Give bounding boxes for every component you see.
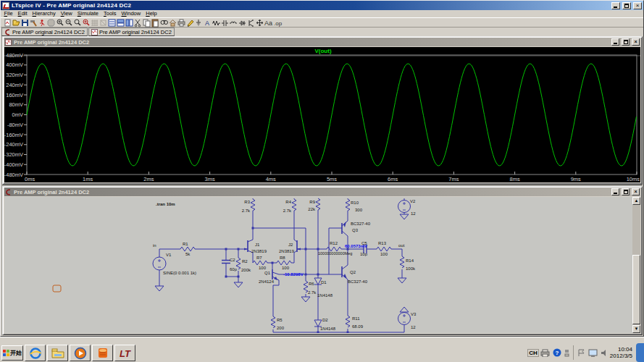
- toolbar-copy-icon[interactable]: [143, 20, 150, 27]
- start-button[interactable]: 开始: [1, 345, 23, 361]
- show-desktop-button[interactable]: [636, 343, 644, 362]
- toolbar-bjt-icon[interactable]: [249, 20, 253, 27]
- ground-v1: [155, 286, 164, 291]
- schematic-close-button[interactable]: ×: [632, 188, 640, 195]
- menu-simulate[interactable]: Simulate: [75, 10, 101, 17]
- schematic-vscrollbar[interactable]: ▲ ▼: [632, 197, 640, 333]
- diode-D2[interactable]: [314, 320, 322, 327]
- toolbar-zoom-back-icon[interactable]: [66, 20, 72, 25]
- quicklaunch-folder[interactable]: [47, 345, 68, 361]
- scroll-thumb[interactable]: [632, 255, 640, 324]
- resistor-R9[interactable]: [316, 198, 320, 210]
- title-bar: LTspice IV - Pre AMP original 2n4124 DC2…: [1, 1, 643, 10]
- restore-button[interactable]: [622, 2, 631, 9]
- toolbar-capacitor-icon[interactable]: [222, 20, 228, 26]
- quicklaunch-mediaplayer[interactable]: [70, 345, 91, 361]
- taskbar: 开始 LT CH ? 10:04 2012/3/5: [0, 337, 644, 362]
- svg-text:5ms: 5ms: [327, 176, 337, 182]
- resistor-R8[interactable]: [277, 261, 291, 265]
- toolbar-text-icon[interactable]: Aa: [264, 20, 272, 27]
- waveform-window: Pre AMP original 2n4124 DC2 × V(out)480m…: [2, 36, 643, 185]
- toolbar-component-house-icon[interactable]: [170, 20, 176, 26]
- resistor-R3[interactable]: [251, 198, 255, 213]
- resistor-R5[interactable]: [271, 316, 275, 328]
- scroll-down-button[interactable]: ▼: [632, 325, 640, 333]
- toolbar-run-icon[interactable]: [40, 20, 44, 26]
- resistor-R10[interactable]: [346, 198, 350, 213]
- resistor-R4[interactable]: [292, 198, 296, 213]
- resistor-R11[interactable]: [346, 316, 350, 327]
- resistor-R7[interactable]: [253, 261, 267, 265]
- svg-text:-400mV: -400mV: [4, 161, 23, 168]
- waveform-minimize-button[interactable]: [611, 38, 619, 46]
- flag-icon[interactable]: [577, 349, 585, 357]
- quicklaunch-ltspice[interactable]: LT: [114, 345, 135, 361]
- toolbar-unconnected-icon[interactable]: [101, 20, 106, 25]
- resistor-R1[interactable]: [180, 247, 195, 251]
- schematic-minimize-button[interactable]: [611, 188, 619, 195]
- toolbar-diode-icon[interactable]: [239, 21, 246, 25]
- toolbar-tile-horizontal-icon[interactable]: [126, 20, 133, 26]
- volume-icon[interactable]: [601, 349, 609, 357]
- svg-text:3ms: 3ms: [205, 176, 215, 182]
- toolbar-print-icon[interactable]: [178, 20, 185, 26]
- source-V1[interactable]: [153, 257, 166, 270]
- resistor-R14[interactable]: [400, 256, 404, 268]
- resistor-R13[interactable]: [377, 247, 391, 251]
- quicklaunch-ie[interactable]: [25, 345, 46, 361]
- svg-text:1ms: 1ms: [83, 176, 93, 182]
- toolbar-halt-icon[interactable]: [48, 20, 54, 26]
- toolbar-edit-pencil-icon[interactable]: [188, 20, 193, 27]
- toolbar-zoom-full-icon[interactable]: [83, 20, 89, 25]
- menu-window[interactable]: Window: [119, 10, 143, 17]
- waveform-plot[interactable]: V(out)480mV400mV320mV240mV160mV80mV0mV-8…: [4, 47, 640, 182]
- waveform-icon: [5, 39, 12, 46]
- ime-indicator[interactable]: CH: [527, 349, 539, 357]
- svg-text:200k: 200k: [241, 268, 251, 272]
- menu-view[interactable]: View: [58, 10, 75, 17]
- toolbar-inductor-icon[interactable]: [230, 22, 237, 23]
- toolbar-control-panel-icon[interactable]: [30, 20, 36, 26]
- toolbar-zoom-out-icon[interactable]: [75, 20, 80, 25]
- menu-help[interactable]: Help: [143, 10, 159, 17]
- schematic-maximize-button[interactable]: [622, 188, 630, 195]
- toolbar-net-label-icon[interactable]: A: [205, 20, 209, 27]
- menu-file[interactable]: File: [1, 10, 15, 17]
- updates-icon[interactable]: [564, 349, 569, 357]
- toolbar-open-icon[interactable]: [13, 20, 20, 25]
- waveform-maximize-button[interactable]: [622, 38, 630, 46]
- printer-icon[interactable]: [540, 349, 550, 357]
- svg-text:12: 12: [411, 211, 416, 216]
- minimize-button[interactable]: [611, 2, 620, 9]
- quicklaunch-database[interactable]: [92, 345, 113, 361]
- toolbar-find-icon[interactable]: [161, 20, 168, 24]
- menu-edit[interactable]: Edit: [15, 10, 30, 17]
- help-icon[interactable]: ?: [553, 348, 561, 357]
- svg-text:R14: R14: [406, 258, 414, 263]
- menu-hierarchy[interactable]: Hierarchy: [30, 10, 58, 17]
- toolbar-cut-icon[interactable]: [135, 20, 141, 27]
- svg-text:7ms: 7ms: [448, 176, 459, 182]
- svg-text:100: 100: [282, 266, 290, 270]
- toolbar-move-icon[interactable]: [256, 20, 263, 26]
- toolbar-new-schematic-icon[interactable]: [5, 20, 10, 26]
- toolbar-paste-icon[interactable]: [152, 20, 158, 27]
- schematic-canvas[interactable]: .tran 10m in out V1 SINE(0 0.001 1k) R1 …: [4, 197, 632, 333]
- toolbar-ground-icon[interactable]: [196, 20, 201, 25]
- toolbar-spice-directive-icon[interactable]: .op: [274, 20, 283, 27]
- toolbar-zoom-in-icon[interactable]: [57, 20, 63, 25]
- menu-tools[interactable]: Tools: [101, 10, 120, 17]
- scroll-up-button[interactable]: ▲: [632, 197, 640, 205]
- toolbar-waveform-pane-icon[interactable]: [109, 20, 115, 26]
- tab-schematic[interactable]: Pre AMP original 2n4124 DC2: [1, 28, 88, 36]
- toolbar-tile-vertical-icon[interactable]: [117, 20, 124, 26]
- display-icon[interactable]: [588, 349, 598, 357]
- close-button[interactable]: ×: [633, 2, 642, 9]
- waveform-close-button[interactable]: ×: [632, 38, 640, 46]
- tab-waveform[interactable]: Pre AMP original 2n4124 DC2: [88, 28, 175, 36]
- toolbar-save-icon[interactable]: [22, 20, 28, 26]
- mdi-area: Pre AMP original 2n4124 DC2 × V(out)480m…: [1, 36, 643, 335]
- toolbar-grid-icon[interactable]: [91, 20, 98, 26]
- toolbar-resistor-icon[interactable]: [212, 21, 220, 25]
- clock[interactable]: 10:04 2012/3/5: [610, 346, 632, 359]
